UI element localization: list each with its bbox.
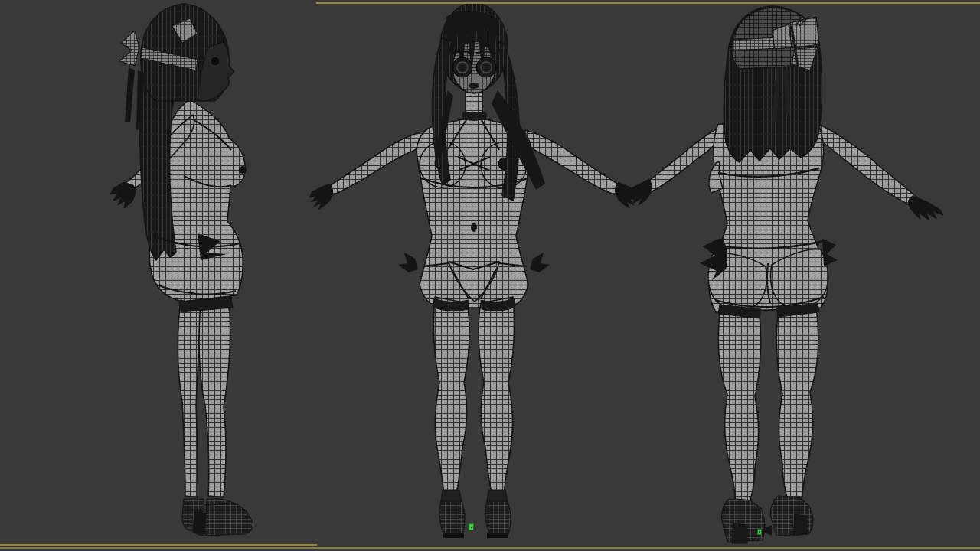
- back-arm-right: [813, 122, 917, 207]
- front-leg-right: [479, 297, 514, 494]
- side-leg-near: [199, 298, 230, 497]
- front-navel: [471, 223, 477, 232]
- front-shoe-left: [439, 490, 465, 538]
- back-leg-right: [776, 308, 818, 497]
- back-shoe-right: [760, 496, 813, 536]
- front-side-tie-left: [398, 253, 418, 272]
- character-model-front-view[interactable]: [309, 3, 639, 538]
- side-hand: [110, 182, 135, 208]
- front-hand-left: [309, 184, 333, 210]
- origin-marker-front-view[interactable]: [469, 523, 474, 530]
- front-choker: [462, 112, 487, 119]
- front-leg-left: [433, 297, 469, 494]
- character-model-side-view[interactable]: [110, 4, 253, 536]
- character-model-back-view[interactable]: [628, 6, 943, 543]
- wireframe-render-layer: [0, 0, 980, 551]
- back-leg-left: [718, 312, 760, 500]
- front-shoe-right: [485, 490, 511, 538]
- viewport-canvas[interactable]: [0, 0, 980, 551]
- side-butterfly-bow-back: [119, 31, 139, 66]
- side-leg-far: [178, 300, 201, 497]
- back-shoe-left: [721, 499, 764, 543]
- front-side-tie-right: [530, 253, 550, 272]
- side-chest-dot: [239, 166, 247, 174]
- origin-marker-back-view[interactable]: [757, 529, 762, 535]
- side-eye: [211, 57, 220, 66]
- back-side-tie-right: [822, 239, 838, 266]
- back-hand-right: [908, 196, 943, 220]
- side-shoe-heel: [193, 511, 205, 534]
- side-ribbon-tails: [125, 67, 144, 130]
- front-mouth: [469, 83, 479, 89]
